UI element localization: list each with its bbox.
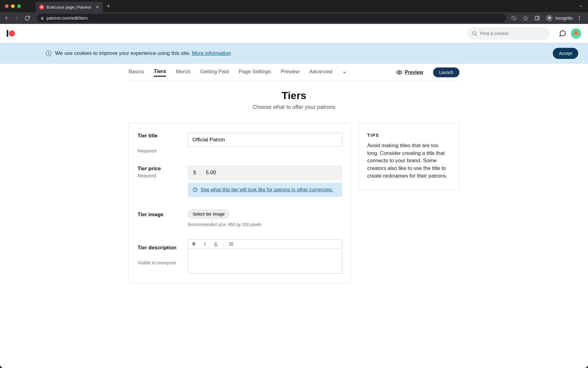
svg-point-14: [195, 189, 195, 189]
svg-point-5: [550, 18, 551, 19]
tab-overflow-button[interactable]: [579, 4, 585, 8]
svg-point-4: [548, 18, 549, 19]
minimize-window-button[interactable]: [11, 4, 15, 8]
new-tab-button[interactable]: +: [103, 3, 114, 10]
tier-description-hint: Visible to everyone: [138, 260, 180, 265]
browser-tab[interactable]: Build your page | Patreon ✕: [36, 2, 103, 12]
search-field[interactable]: [467, 27, 550, 40]
tier-title-required: Required: [138, 148, 180, 153]
back-button[interactable]: [4, 15, 11, 21]
cookie-banner: i We use cookies to improve your experie…: [0, 43, 588, 64]
italic-button[interactable]: I: [202, 241, 208, 247]
tier-title-input[interactable]: [188, 133, 342, 147]
tab-tiers[interactable]: Tiers: [154, 68, 166, 77]
close-tab-button[interactable]: ✕: [96, 5, 99, 10]
svg-rect-2: [535, 16, 539, 20]
reload-button[interactable]: [24, 15, 32, 21]
svg-point-8: [579, 19, 580, 20]
svg-rect-20: [231, 245, 233, 245]
tier-price-row: Tier price Required $: [138, 166, 342, 197]
tier-form-card: Tier title Required Tier price Required: [129, 123, 351, 284]
tier-title-label: Tier title: [138, 133, 180, 139]
svg-point-17: [229, 244, 230, 245]
svg-point-11: [398, 71, 400, 73]
tier-description-editor[interactable]: [188, 249, 342, 274]
currency-info-banner: See what this tier will look like for pa…: [188, 183, 342, 197]
tab-advanced[interactable]: Advanced: [309, 69, 333, 76]
select-tier-image-button[interactable]: Select tier image: [188, 209, 229, 219]
tips-heading: TIPS: [367, 133, 450, 138]
svg-point-6: [579, 16, 580, 17]
site-header: [0, 24, 588, 43]
search-icon: [472, 31, 477, 36]
svg-point-19: [229, 245, 230, 246]
window-controls: [3, 4, 23, 8]
main-area: Tiers Choose what to offer your patrons …: [126, 81, 462, 284]
incognito-icon: [546, 15, 553, 21]
bookmark-icon[interactable]: [523, 15, 530, 21]
underline-button[interactable]: U: [213, 241, 219, 247]
tier-price-label: Tier price: [138, 166, 180, 172]
tier-price-input[interactable]: [201, 166, 342, 180]
messages-icon[interactable]: [559, 29, 567, 37]
incognito-badge[interactable]: Incognito: [546, 15, 573, 21]
editor-toolbar: B I U: [188, 239, 342, 249]
tier-title-row: Tier title Required: [138, 133, 342, 153]
tracking-icon[interactable]: [511, 15, 518, 21]
tab-basics[interactable]: Basics: [129, 69, 144, 76]
tier-description-row: Tier description Visible to everyone B I…: [138, 239, 342, 274]
avatar[interactable]: [571, 28, 581, 39]
search-input[interactable]: [480, 31, 546, 36]
tab-preview[interactable]: Preview: [281, 69, 299, 76]
close-window-button[interactable]: [5, 4, 9, 8]
currency-symbol: $: [188, 166, 201, 180]
svg-rect-16: [231, 243, 233, 243]
tier-price-required: Required: [138, 173, 180, 178]
svg-point-7: [579, 18, 580, 19]
forward-button[interactable]: [14, 15, 21, 21]
tab-merch[interactable]: Merch: [176, 69, 190, 76]
tabs-overflow-button[interactable]: [342, 70, 347, 75]
tier-image-label: Tier image: [138, 212, 180, 218]
cookie-text: We use cookies to improve your experienc…: [55, 50, 190, 56]
url-text: patreon.com/edit/tiers: [47, 16, 88, 21]
tab-getting-paid[interactable]: Getting Paid: [200, 69, 229, 76]
preview-link[interactable]: Preview: [396, 69, 423, 75]
kebab-menu-button[interactable]: [577, 16, 584, 21]
svg-line-10: [475, 34, 476, 35]
page-subtitle: Choose what to offer your patrons: [129, 104, 459, 110]
page-title: Tiers: [129, 90, 459, 102]
preview-label: Preview: [405, 70, 423, 75]
lock-icon: [40, 16, 44, 20]
info-icon: [193, 187, 198, 192]
launch-button[interactable]: Launch: [433, 67, 459, 77]
avatar-image: [573, 30, 579, 37]
toolbar-divider: [224, 241, 224, 247]
eye-icon: [396, 69, 402, 75]
currency-info-link[interactable]: See what this tier will look like for pa…: [201, 187, 333, 193]
tab-page-settings[interactable]: Page Settings: [239, 69, 271, 76]
cookie-accept-button[interactable]: Accept: [553, 48, 578, 59]
bullet-list-button[interactable]: [228, 241, 235, 247]
address-bar[interactable]: patreon.com/edit/tiers: [37, 14, 506, 22]
bold-button[interactable]: B: [190, 241, 197, 247]
tips-card: TIPS Avoid making titles that are too lo…: [358, 123, 459, 190]
svg-marker-1: [523, 16, 528, 20]
sidepanel-icon[interactable]: [534, 15, 542, 21]
maximize-window-button[interactable]: [17, 4, 21, 8]
tab-strip: Build your page | Patreon ✕ +: [0, 0, 588, 12]
tab-title: Build your page | Patreon: [47, 5, 93, 10]
patreon-logo[interactable]: [7, 30, 15, 37]
svg-point-15: [229, 243, 230, 243]
browser-window: Build your page | Patreon ✕ + patreon.co…: [0, 0, 588, 368]
page-tabs: Basics Tiers Merch Getting Paid Page Set…: [129, 64, 459, 81]
browser-toolbar: patreon.com/edit/tiers Incognito: [0, 12, 588, 24]
tips-body: Avoid making titles that are too long. C…: [367, 142, 450, 180]
tier-description-label: Tier description: [138, 245, 180, 251]
page-content: i We use cookies to improve your experie…: [0, 24, 588, 368]
incognito-label: Incognito: [555, 16, 573, 21]
svg-rect-18: [231, 244, 233, 244]
cookie-more-link[interactable]: More information: [192, 50, 231, 56]
info-icon: i: [46, 51, 51, 56]
svg-point-9: [473, 32, 476, 35]
